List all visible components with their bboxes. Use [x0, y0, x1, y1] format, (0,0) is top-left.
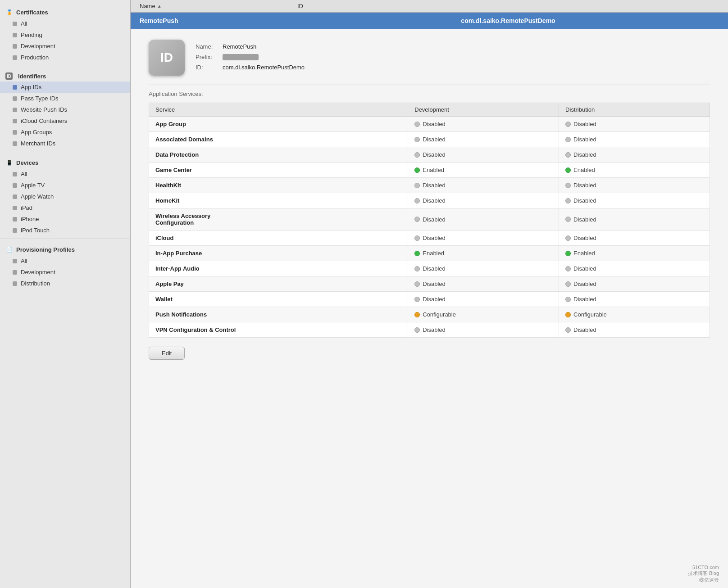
service-dev-status: Disabled	[408, 322, 559, 338]
sidebar-item-cert-all[interactable]: All	[0, 18, 130, 29]
status-dot-dist	[565, 327, 571, 333]
sidebar-item-website-push-ids[interactable]: Website Push IDs	[0, 104, 130, 115]
selected-table-row[interactable]: RemotePush com.dl.saiko.RemotePustDemo	[131, 13, 728, 29]
app-services-label: Application Services:	[149, 90, 710, 97]
status-text-dev: Enabled	[423, 250, 444, 257]
sidebar-item-cert-pending[interactable]: Pending	[0, 29, 130, 41]
sidebar-item-label: Merchant IDs	[21, 140, 55, 147]
certificates-icon: 🏅	[5, 8, 14, 16]
sidebar-item-devices-all[interactable]: All	[0, 168, 130, 180]
devices-label: Devices	[16, 159, 38, 166]
status-text-dev: Disabled	[423, 280, 446, 287]
sidebar-item-label: Apple TV	[21, 182, 45, 189]
status-dot-dev	[414, 167, 420, 173]
status-dot-dist	[565, 281, 571, 287]
status-dot-dist	[565, 152, 571, 158]
bullet	[13, 44, 17, 49]
status-text-dev: Enabled	[423, 167, 444, 173]
service-dev-status: Disabled	[408, 193, 559, 208]
sidebar-item-merchant-ids[interactable]: Merchant IDs	[0, 138, 130, 149]
bullet	[13, 141, 17, 146]
service-name: In-App Purchase	[149, 246, 408, 261]
name-field-row: Name: RemotePush	[196, 43, 305, 50]
status-text-dist: Disabled	[573, 121, 596, 127]
sidebar-item-pass-type-ids[interactable]: Pass Type IDs	[0, 93, 130, 104]
service-row: App GroupDisabledDisabled	[149, 117, 710, 132]
status-text-dev: Disabled	[423, 265, 446, 272]
service-name: Wallet	[149, 292, 408, 307]
service-name: Game Center	[149, 163, 408, 178]
status-dot-dist	[565, 122, 571, 127]
bullet	[13, 119, 17, 123]
service-row: Data ProtectionDisabledDisabled	[149, 147, 710, 163]
sidebar-item-prov-distribution[interactable]: Distribution	[0, 278, 130, 289]
id-value: com.dl.saiko.RemotePustDemo	[223, 64, 305, 71]
status-text-dist: Enabled	[573, 167, 595, 173]
sidebar-item-ipod-touch[interactable]: iPod Touch	[0, 225, 130, 236]
status-dot-dev	[414, 183, 420, 188]
sidebar-item-apple-tv[interactable]: Apple TV	[0, 180, 130, 191]
service-name: iCloud	[149, 231, 408, 246]
status-dot-dev	[414, 266, 420, 271]
sidebar-item-prov-development[interactable]: Development	[0, 267, 130, 278]
id-field-row: ID: com.dl.saiko.RemotePustDemo	[196, 64, 305, 71]
devices-section-header: 📱 Devices	[0, 155, 130, 168]
sidebar-item-ipad[interactable]: iPad	[0, 202, 130, 213]
sidebar-item-cert-development[interactable]: Development	[0, 41, 130, 52]
status-text-dev: Configurable	[423, 311, 456, 318]
edit-button[interactable]: Edit	[149, 347, 185, 360]
status-text-dev: Disabled	[423, 121, 446, 127]
sidebar-item-app-groups[interactable]: App Groups	[0, 127, 130, 138]
status-dot-dev	[414, 281, 420, 287]
service-dev-status: Enabled	[408, 246, 559, 261]
status-text-dist: Disabled	[573, 182, 596, 189]
certificates-section-header: 🏅 Certificates	[0, 5, 130, 18]
sidebar: 🏅 Certificates All Pending Development P…	[0, 0, 131, 588]
provisioning-label: Provisioning Profiles	[16, 246, 75, 253]
status-text-dev: Disabled	[423, 136, 446, 143]
divider	[149, 85, 710, 85]
sidebar-item-app-ids[interactable]: App IDs	[0, 81, 130, 93]
service-dev-status: Disabled	[408, 276, 559, 292]
service-row: iCloudDisabledDisabled	[149, 231, 710, 246]
bullet	[13, 183, 17, 188]
service-name: Push Notifications	[149, 307, 408, 322]
status-text-dist: Disabled	[573, 296, 596, 303]
service-row: In-App PurchaseEnabledEnabled	[149, 246, 710, 261]
status-dot-dev	[414, 198, 420, 204]
bullet	[13, 194, 17, 199]
app-id-card: ID Name: RemotePush Prefix: ID: com.dl.s…	[149, 40, 710, 76]
service-dev-status: Enabled	[408, 163, 559, 178]
status-text-dist: Disabled	[573, 197, 596, 204]
status-text-dev: Disabled	[423, 197, 446, 204]
dev-col-header: Development	[408, 103, 559, 117]
sidebar-item-label: iCloud Containers	[21, 118, 67, 124]
service-row: Associated DomainsDisabledDisabled	[149, 132, 710, 147]
certificates-label: Certificates	[16, 9, 48, 16]
detail-panel: ID Name: RemotePush Prefix: ID: com.dl.s…	[131, 29, 728, 588]
sidebar-item-cert-production[interactable]: Production	[0, 52, 130, 63]
status-dot-dev	[414, 235, 420, 241]
bullet	[13, 206, 17, 210]
sidebar-item-apple-watch[interactable]: Apple Watch	[0, 191, 130, 202]
watermark: 51CTO.com 技术博客 Blog ⑥亿速云	[688, 565, 719, 583]
service-dist-status: Disabled	[559, 178, 710, 193]
sidebar-item-iphone[interactable]: iPhone	[0, 213, 130, 225]
service-name: VPN Configuration & Control	[149, 322, 408, 338]
status-dot-dev	[414, 152, 420, 158]
sidebar-item-prov-all[interactable]: All	[0, 255, 130, 267]
bullet	[13, 22, 17, 26]
service-dev-status: Disabled	[408, 117, 559, 132]
status-text-dist: Disabled	[573, 151, 596, 158]
sidebar-item-icloud-containers[interactable]: iCloud Containers	[0, 115, 130, 127]
bullet	[13, 33, 17, 37]
service-dist-status: Disabled	[559, 132, 710, 147]
service-dev-status: Configurable	[408, 307, 559, 322]
status-dot-dist	[565, 235, 571, 241]
service-row: Push NotificationsConfigurableConfigurab…	[149, 307, 710, 322]
status-dot-dev	[414, 312, 420, 317]
services-table: Service Development Distribution App Gro…	[149, 103, 710, 338]
identifiers-section-header: ID Identifiers	[0, 69, 130, 81]
sidebar-item-label: App Groups	[21, 129, 52, 136]
service-dist-status: Disabled	[559, 261, 710, 276]
